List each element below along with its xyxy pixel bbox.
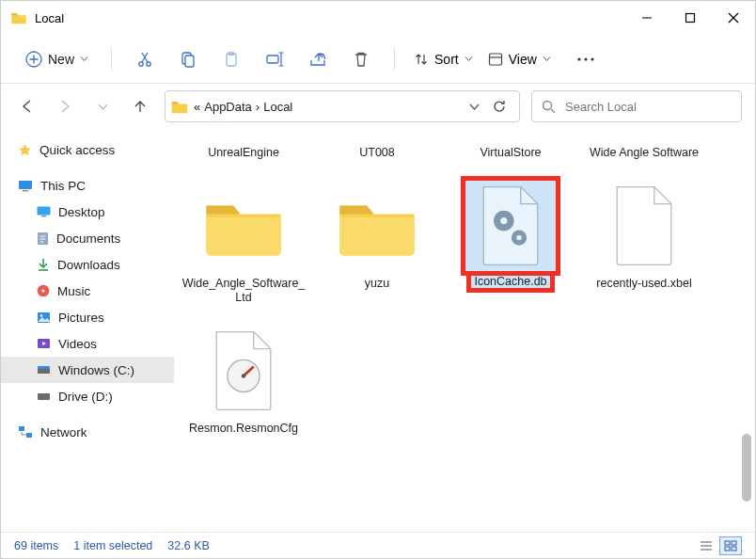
network-icon xyxy=(18,425,33,439)
refresh-button[interactable] xyxy=(485,99,513,114)
view-button[interactable]: View xyxy=(484,46,555,72)
item-label: Resmon.ResmonCfg xyxy=(189,422,298,436)
search-input[interactable]: Search Local xyxy=(531,90,742,122)
svg-point-32 xyxy=(516,235,521,240)
file-gauge-icon xyxy=(210,328,277,413)
svg-point-11 xyxy=(584,57,587,60)
sidebar-label: Quick access xyxy=(39,143,115,157)
file-item-iconcache[interactable]: IconCache.db xyxy=(447,175,575,307)
sidebar-label: Desktop xyxy=(58,205,105,219)
sidebar-videos[interactable]: Videos xyxy=(1,330,174,357)
forward-button[interactable] xyxy=(52,93,78,120)
status-bar: 69 items 1 item selected 32.6 KB xyxy=(1,532,755,558)
sidebar-music[interactable]: Music xyxy=(1,278,174,304)
cut-button[interactable] xyxy=(127,42,163,76)
svg-rect-25 xyxy=(38,366,50,369)
desktop-icon xyxy=(37,206,51,217)
sidebar-downloads[interactable]: Downloads xyxy=(1,251,174,278)
sidebar-this-pc[interactable]: This PC xyxy=(1,172,174,199)
sidebar: Quick access This PC Desktop Documents D… xyxy=(1,129,174,532)
svg-rect-36 xyxy=(732,541,736,545)
copy-button[interactable] xyxy=(170,42,206,76)
svg-point-10 xyxy=(577,57,580,60)
sidebar-label: Downloads xyxy=(57,258,120,272)
sidebar-network[interactable]: Network xyxy=(1,419,174,445)
item-label: yuzu xyxy=(365,277,389,291)
more-button[interactable] xyxy=(568,42,604,76)
sidebar-pictures[interactable]: Pictures xyxy=(1,304,174,330)
sidebar-desktop[interactable]: Desktop xyxy=(1,199,174,225)
downloads-icon xyxy=(37,258,50,272)
svg-point-3 xyxy=(147,61,150,65)
star-icon xyxy=(18,143,32,157)
svg-rect-14 xyxy=(19,181,32,189)
folder-icon xyxy=(171,100,188,114)
svg-rect-8 xyxy=(267,56,278,63)
toolbar: New Sort View xyxy=(1,35,755,84)
sidebar-documents[interactable]: Documents xyxy=(1,225,174,251)
crumb-prefix[interactable]: « xyxy=(194,100,200,114)
sidebar-label: Videos xyxy=(58,337,97,351)
close-button[interactable] xyxy=(712,1,755,35)
svg-rect-26 xyxy=(38,393,50,400)
rename-button[interactable] xyxy=(257,42,292,76)
item-label: UT008 xyxy=(359,146,395,160)
pc-icon xyxy=(18,180,33,192)
item-label: VirtualStore xyxy=(480,146,541,160)
svg-point-12 xyxy=(591,57,593,60)
folder-item[interactable]: Wide_Angle_Software_Ltd xyxy=(180,175,307,307)
paste-button[interactable] xyxy=(213,42,249,76)
minimize-button[interactable] xyxy=(625,1,669,35)
file-item[interactable]: Resmon.ResmonCfg xyxy=(180,320,307,438)
svg-rect-16 xyxy=(38,207,51,216)
chevron-down-icon xyxy=(543,55,551,63)
view-icon xyxy=(488,52,503,67)
folder-item[interactable]: UT008 xyxy=(313,138,441,162)
sidebar-drive-d[interactable]: Drive (D:) xyxy=(1,383,174,409)
nav-row: « AppData › Local Search Local xyxy=(1,84,755,129)
address-bar[interactable]: « AppData › Local xyxy=(165,90,520,122)
svg-point-34 xyxy=(242,374,246,378)
sort-icon xyxy=(414,52,429,67)
svg-rect-15 xyxy=(23,190,28,191)
sort-label: Sort xyxy=(434,52,459,67)
new-button[interactable]: New xyxy=(18,45,96,73)
sidebar-label: This PC xyxy=(40,179,86,193)
file-grid: UnrealEngine UT008 VirtualStore Wide Ang… xyxy=(174,129,755,532)
sidebar-label: Drive (D:) xyxy=(58,390,113,404)
item-label: Wide Angle Software xyxy=(590,146,699,160)
file-item[interactable]: recently-used.xbel xyxy=(580,175,708,307)
up-button[interactable] xyxy=(127,93,153,120)
svg-rect-38 xyxy=(732,547,736,551)
scrollbar-thumb[interactable] xyxy=(742,434,751,502)
sort-button[interactable]: Sort xyxy=(410,46,477,72)
maximize-button[interactable] xyxy=(669,1,712,35)
back-button[interactable] xyxy=(14,93,40,120)
folder-item[interactable]: VirtualStore xyxy=(447,138,575,162)
svg-point-22 xyxy=(40,314,43,317)
svg-rect-0 xyxy=(686,14,695,23)
drive-icon xyxy=(37,365,51,375)
icons-view-button[interactable] xyxy=(719,536,742,555)
item-label: IconCache.db xyxy=(468,273,552,291)
new-label: New xyxy=(48,52,74,67)
crumb-appdata[interactable]: AppData xyxy=(204,100,252,114)
details-view-button[interactable] xyxy=(695,536,717,555)
chevron-down-icon[interactable] xyxy=(469,102,480,112)
folder-item[interactable]: Wide Angle Software xyxy=(580,138,708,162)
sidebar-label: Network xyxy=(40,425,87,439)
plus-circle-icon xyxy=(25,51,42,68)
window-title: Local xyxy=(35,11,625,25)
delete-button[interactable] xyxy=(343,42,379,76)
sidebar-drive-c[interactable]: Windows (C:) xyxy=(1,357,174,383)
crumb-local[interactable]: Local xyxy=(263,100,292,114)
folder-item[interactable]: yuzu xyxy=(313,175,441,307)
divider xyxy=(111,48,112,71)
view-label: View xyxy=(509,52,537,67)
sidebar-quick-access[interactable]: Quick access xyxy=(1,136,174,163)
divider xyxy=(394,48,395,71)
recent-dropdown[interactable] xyxy=(89,93,116,120)
share-button[interactable] xyxy=(300,42,336,76)
title-bar: Local xyxy=(1,1,755,35)
folder-item[interactable]: UnrealEngine xyxy=(180,138,307,162)
